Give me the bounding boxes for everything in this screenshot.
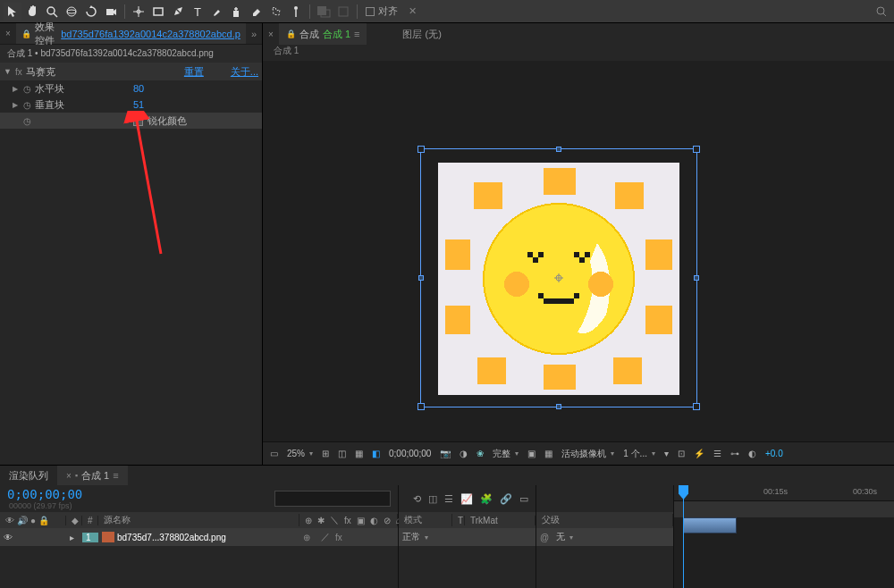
- about-link[interactable]: 关于...: [231, 65, 258, 79]
- tab-filename[interactable]: bd735d76fa1392a0014c2a378802abcd.p: [61, 29, 240, 39]
- stopwatch-icon[interactable]: ◷: [23, 116, 31, 126]
- pixel-aspect-icon[interactable]: ⊡: [678, 449, 685, 458]
- stroke-swatch[interactable]: [334, 3, 352, 21]
- close-icon[interactable]: ×: [0, 29, 16, 38]
- lock-col-icon[interactable]: 🔒: [38, 516, 49, 525]
- render-queue-tab[interactable]: 渲染队列: [0, 466, 57, 485]
- roi-icon[interactable]: ▣: [527, 449, 536, 458]
- twirl-icon[interactable]: ▼: [4, 67, 12, 76]
- handle-tr[interactable]: [693, 146, 700, 153]
- puppet-tool[interactable]: [287, 3, 305, 21]
- reset-exposure-icon[interactable]: ◐: [748, 449, 756, 458]
- stopwatch-icon[interactable]: ◷: [23, 100, 31, 110]
- effect-header[interactable]: ▼ fx 马赛克 重置 关于...: [0, 63, 262, 80]
- graph-icon[interactable]: 📈: [460, 493, 473, 505]
- motion-blur-icon[interactable]: ☰: [444, 493, 453, 505]
- layer-bar[interactable]: [683, 517, 737, 533]
- speaker-icon[interactable]: 🔊: [17, 516, 28, 525]
- handle-l[interactable]: [418, 275, 424, 281]
- timeline-search-input[interactable]: [274, 491, 391, 507]
- transparency-icon[interactable]: ▦: [544, 449, 552, 458]
- color-mgmt-icon[interactable]: ❀: [477, 449, 484, 458]
- parent-dropdown[interactable]: 无: [552, 531, 673, 543]
- twirl-icon[interactable]: ▶: [13, 101, 20, 109]
- brush-tool[interactable]: [208, 3, 226, 21]
- footer-timecode[interactable]: 0;00;00;00: [389, 449, 431, 458]
- handle-b[interactable]: [556, 404, 561, 409]
- draft3d-icon[interactable]: 🔗: [500, 493, 512, 505]
- snap-toggle[interactable]: 对齐: [366, 4, 398, 18]
- mask-icon[interactable]: ◧: [372, 449, 380, 458]
- hand-tool[interactable]: [23, 3, 41, 21]
- layer-bounding-box[interactable]: [420, 148, 697, 407]
- anchor-tool[interactable]: [130, 3, 148, 21]
- search-icon[interactable]: [873, 3, 890, 21]
- flowchart-icon[interactable]: ⊶: [730, 449, 739, 458]
- markers-icon[interactable]: ▭: [519, 493, 528, 505]
- quality-dropdown[interactable]: 完整: [493, 448, 519, 460]
- blend-mode-dropdown[interactable]: 正常: [399, 531, 452, 543]
- timeline-comp-tab[interactable]: × ▪ 合成 1 ≡: [57, 466, 128, 485]
- views-dropdown[interactable]: 1 个...: [623, 448, 655, 460]
- zoom-tool[interactable]: [43, 3, 61, 21]
- sharpen-checkbox[interactable]: ✓: [133, 116, 143, 126]
- frame-blend-icon[interactable]: ◫: [428, 493, 437, 505]
- handle-bl[interactable]: [417, 403, 425, 410]
- handle-br[interactable]: [693, 403, 700, 410]
- solo-icon[interactable]: ●: [30, 516, 36, 525]
- snap-opts-icon[interactable]: ✕: [403, 3, 421, 21]
- current-timecode[interactable]: 0;00;00;00: [7, 487, 82, 501]
- h-value[interactable]: 80: [133, 83, 144, 94]
- handle-t[interactable]: [556, 147, 561, 152]
- show-channel-icon[interactable]: ◑: [460, 449, 468, 458]
- resolution-icon[interactable]: ⊞: [322, 449, 329, 458]
- snapshot-icon[interactable]: 📷: [440, 449, 451, 458]
- mag-icon[interactable]: ▭: [270, 449, 278, 458]
- text-tool[interactable]: T: [189, 3, 207, 21]
- panel-menu-icon[interactable]: »: [246, 29, 262, 39]
- fill-swatch[interactable]: [315, 3, 333, 21]
- handle-r[interactable]: [694, 275, 699, 281]
- reset-link[interactable]: 重置: [184, 65, 204, 79]
- viewer-breadcrumb[interactable]: 合成 1: [263, 45, 894, 61]
- close-icon[interactable]: ×: [263, 29, 279, 39]
- shy-icon[interactable]: ⟲: [413, 493, 421, 505]
- twirl-icon[interactable]: ▶: [13, 85, 20, 93]
- fast-preview-icon[interactable]: ⚡: [694, 449, 704, 458]
- timeline-icon[interactable]: ☰: [713, 449, 721, 458]
- camera-tool[interactable]: [102, 3, 120, 21]
- roto-tool[interactable]: [267, 3, 285, 21]
- close-icon[interactable]: ×: [66, 471, 72, 481]
- v-value[interactable]: 51: [133, 99, 144, 110]
- layer-row-1[interactable]: 👁 ▸ 1 bd735d7...378802abcd.png ⊕／fx: [0, 528, 398, 546]
- view-opts-icon[interactable]: ▾: [664, 449, 669, 458]
- eraser-tool[interactable]: [248, 3, 266, 21]
- playhead[interactable]: [683, 485, 684, 588]
- layer-dropdown[interactable]: 图层 (无): [402, 28, 441, 41]
- orbit-tool[interactable]: [63, 3, 80, 21]
- brainstorm-icon[interactable]: 🧩: [480, 493, 493, 505]
- pen-tool[interactable]: [169, 3, 187, 21]
- comp-tab[interactable]: 🔒 合成 合成 1 ≡: [279, 23, 367, 45]
- clone-tool[interactable]: [228, 3, 246, 21]
- time-ruler[interactable]: 00:15s 00:30s 01:45s 01:00s: [674, 485, 894, 501]
- grid-icon[interactable]: ▦: [355, 449, 363, 458]
- camera-dropdown[interactable]: 活动摄像机: [561, 448, 614, 460]
- source-header[interactable]: 源名称: [98, 514, 299, 526]
- pickwhip-icon[interactable]: @: [536, 533, 552, 542]
- zoom-dropdown[interactable]: 25%: [287, 449, 313, 458]
- handle-tl[interactable]: [417, 146, 425, 153]
- effects-tab[interactable]: 🔒 效果控件 bd735d76fa1392a0014c2a378802abcd.…: [16, 23, 246, 44]
- eye-toggle[interactable]: 👁: [4, 533, 13, 542]
- composition-viewer[interactable]: [263, 61, 894, 441]
- rotate-tool[interactable]: [82, 3, 100, 21]
- eye-icon[interactable]: 👁: [5, 516, 14, 525]
- twirl-icon[interactable]: ▸: [70, 533, 74, 542]
- rect-tool[interactable]: [149, 3, 167, 21]
- anchor-point-icon[interactable]: [554, 273, 563, 282]
- timeline-tracks[interactable]: 00:15s 00:30s 01:45s 01:00s: [674, 485, 894, 588]
- selection-tool[interactable]: [4, 3, 21, 21]
- stopwatch-icon[interactable]: ◷: [23, 84, 31, 94]
- exposure-value[interactable]: +0.0: [765, 449, 783, 458]
- safe-zones-icon[interactable]: ◫: [338, 449, 346, 458]
